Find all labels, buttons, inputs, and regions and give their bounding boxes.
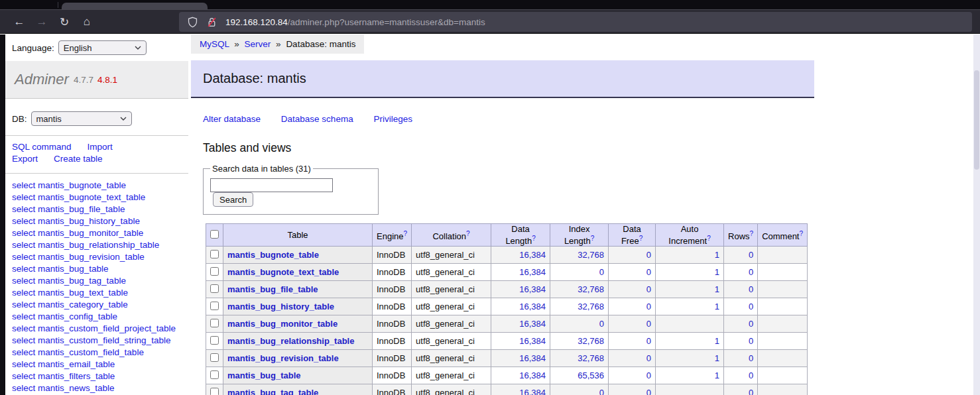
table-link[interactable]: mantis_bug_monitor_table — [38, 228, 143, 238]
language-select-value: English — [64, 43, 92, 53]
table-name-link[interactable]: mantis_bug_history_table — [227, 302, 334, 311]
help-link[interactable]: ? — [639, 235, 643, 242]
row-checkbox[interactable] — [210, 319, 219, 327]
table-link[interactable]: mantis_bug_file_table — [38, 204, 125, 214]
help-link[interactable]: ? — [799, 230, 803, 237]
table-link[interactable]: mantis_custom_field_table — [38, 347, 144, 357]
select-link[interactable]: select — [12, 288, 35, 298]
select-link[interactable]: select — [12, 204, 35, 214]
table-name-link[interactable]: mantis_bugnote_table — [227, 250, 319, 260]
export-link[interactable]: Export — [12, 154, 38, 164]
adminer-new-version-link[interactable]: 4.8.1 — [97, 75, 117, 85]
select-link[interactable]: select — [12, 371, 35, 381]
help-link[interactable]: ? — [532, 235, 536, 242]
row-checkbox[interactable] — [210, 267, 219, 276]
table-link[interactable]: mantis_bug_relationship_table — [38, 240, 159, 250]
import-link[interactable]: Import — [88, 142, 113, 152]
database-schema-link[interactable]: Database schema — [281, 114, 353, 124]
row-checkbox[interactable] — [210, 370, 219, 379]
search-input[interactable] — [210, 178, 333, 192]
select-link[interactable]: select — [12, 216, 35, 226]
select-link[interactable]: select — [12, 228, 35, 238]
url-text[interactable]: 192.168.120.84/adminer.php?username=mant… — [225, 17, 485, 27]
select-link[interactable]: select — [12, 240, 35, 250]
help-link[interactable]: ? — [466, 230, 470, 237]
row-checkbox[interactable] — [210, 336, 219, 345]
adminer-version: 4.7.7 — [74, 75, 93, 85]
table-name-link[interactable]: mantis_bug_relationship_table — [227, 336, 354, 346]
table-name-link[interactable]: mantis_bug_tag_table — [227, 388, 318, 395]
row-checkbox[interactable] — [210, 353, 219, 362]
table-link[interactable]: mantis_custom_field_string_table — [38, 335, 170, 345]
scrollbar-thumb[interactable] — [974, 70, 979, 170]
privileges-link[interactable]: Privileges — [373, 114, 412, 124]
table-name-link[interactable]: mantis_bug_table — [227, 370, 301, 380]
select-link[interactable]: select — [12, 180, 35, 190]
table-name-link[interactable]: mantis_bug_revision_table — [227, 353, 339, 363]
search-button[interactable]: Search — [213, 192, 253, 207]
select-all-checkbox[interactable] — [210, 230, 219, 239]
alter-database-link[interactable]: Alter database — [203, 114, 261, 124]
table-link[interactable]: mantis_bug_revision_table — [38, 252, 145, 262]
back-icon[interactable]: ← — [8, 15, 31, 28]
insecure-lock-icon[interactable] — [206, 17, 217, 28]
help-link[interactable]: ? — [707, 235, 711, 242]
select-link[interactable]: select — [12, 359, 35, 369]
select-link[interactable]: select — [12, 347, 35, 357]
row-checkbox[interactable] — [210, 388, 219, 395]
row-checkbox[interactable] — [210, 302, 219, 310]
table-name-link[interactable]: mantis_bugnote_text_table — [227, 267, 339, 277]
db-select[interactable]: mantis — [31, 111, 132, 126]
table-link[interactable]: mantis_email_table — [38, 359, 115, 369]
create-table-link[interactable]: Create table — [54, 154, 103, 164]
select-link[interactable]: select — [12, 264, 35, 274]
engine-cell: InnoDB — [373, 367, 412, 384]
table-link[interactable]: mantis_bug_history_table — [38, 216, 140, 226]
select-link[interactable]: select — [12, 252, 35, 262]
select-link[interactable]: select — [12, 383, 35, 393]
table-link[interactable]: mantis_filters_table — [38, 371, 115, 381]
reload-icon[interactable]: ↻ — [53, 15, 76, 29]
table-link[interactable]: mantis_bug_text_table — [38, 288, 128, 298]
table-link[interactable]: mantis_custom_field_project_table — [38, 323, 176, 333]
table-link[interactable]: mantis_bugnote_table — [38, 180, 126, 190]
index-length-cell: 32,768 — [550, 247, 609, 264]
shield-icon[interactable] — [187, 17, 198, 28]
table-link[interactable]: mantis_config_table — [38, 311, 117, 321]
table-link[interactable]: mantis_category_table — [38, 300, 128, 310]
table-link[interactable]: mantis_bugnote_text_table — [38, 192, 145, 202]
select-link[interactable]: select — [12, 323, 35, 333]
page-scrollbar[interactable] — [973, 34, 980, 395]
table-link[interactable]: mantis_bug_tag_table — [38, 276, 126, 286]
breadcrumb-mysql-link[interactable]: MySQL — [200, 39, 229, 49]
help-link[interactable]: ? — [403, 230, 407, 237]
row-checkbox[interactable] — [210, 284, 219, 293]
table-name-link[interactable]: mantis_bug_file_table — [227, 284, 318, 294]
row-checkbox-cell — [206, 333, 223, 350]
data-length-cell: 16,384 — [491, 281, 550, 298]
sidebar-actions: SQL commandImport ExportCreate table — [5, 136, 188, 172]
adminer-logo-link[interactable]: Adminer — [15, 71, 69, 88]
table-link[interactable]: mantis_news_table — [38, 383, 115, 393]
url-bar[interactable]: 192.168.120.84/adminer.php?username=mant… — [179, 12, 972, 32]
select-link[interactable]: select — [12, 276, 35, 286]
table-link[interactable]: mantis_bug_table — [38, 264, 109, 274]
select-link[interactable]: select — [12, 192, 35, 202]
comment-cell — [758, 384, 808, 395]
active-tab[interactable] — [62, 3, 208, 9]
select-link[interactable]: select — [12, 335, 35, 345]
row-checkbox[interactable] — [210, 250, 219, 258]
help-link[interactable]: ? — [750, 230, 754, 237]
help-link[interactable]: ? — [591, 235, 595, 242]
language-select[interactable]: English — [58, 40, 147, 55]
auto-increment-cell: 1 — [656, 247, 724, 264]
breadcrumb-server-link[interactable]: Server — [245, 39, 271, 49]
language-label: Language: — [12, 43, 54, 53]
sql-command-link[interactable]: SQL command — [12, 142, 72, 152]
tab-bar — [0, 0, 980, 9]
select-link[interactable]: select — [12, 311, 35, 321]
select-link[interactable]: select — [12, 300, 35, 310]
collation-cell: utf8_general_ci — [412, 315, 491, 333]
home-icon[interactable]: ⌂ — [76, 15, 98, 28]
table-name-link[interactable]: mantis_bug_monitor_table — [227, 319, 337, 329]
